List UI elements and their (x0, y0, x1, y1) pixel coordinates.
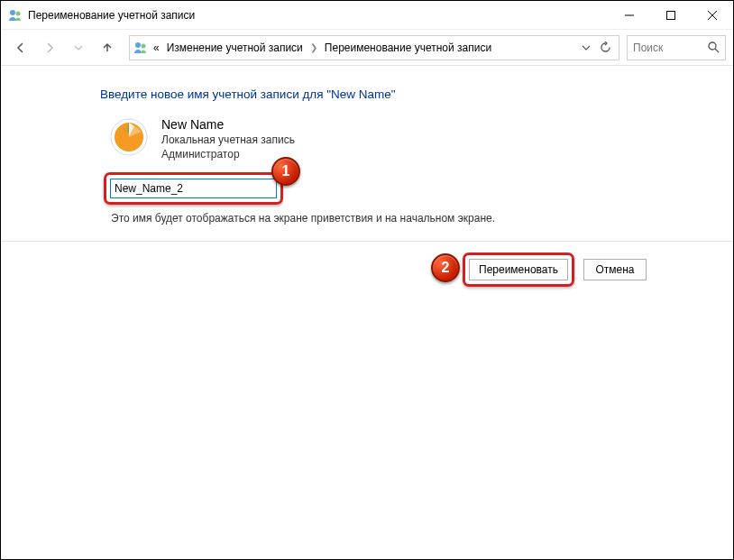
cancel-button[interactable]: Отмена (583, 259, 647, 280)
annotation-bubble-1: 1 (271, 157, 300, 186)
breadcrumb-item[interactable]: Изменение учетной записи (165, 41, 305, 54)
dropdown-icon[interactable] (582, 43, 591, 52)
account-avatar (109, 117, 149, 157)
chevron-right-icon[interactable]: ❯ (308, 42, 319, 52)
new-name-input[interactable] (110, 179, 277, 198)
search-box[interactable]: Поиск (627, 35, 726, 60)
refresh-icon[interactable] (600, 41, 611, 53)
recent-dropdown[interactable] (66, 35, 91, 60)
svg-point-0 (10, 10, 15, 15)
annotation-bubble-2: 2 (431, 253, 460, 282)
users-icon (133, 41, 148, 55)
account-summary: New Name Локальная учетная запись Админи… (109, 117, 733, 161)
rename-button[interactable]: Переименовать (469, 259, 568, 280)
users-icon (8, 8, 23, 23)
search-icon (708, 41, 720, 53)
svg-rect-2 (667, 11, 675, 19)
titlebar: Переименование учетной записи (1, 1, 733, 30)
svg-point-4 (142, 43, 146, 48)
step1-highlight: 1 (104, 172, 283, 205)
step2-highlight: Переименовать 2 (463, 252, 574, 287)
divider (1, 241, 733, 242)
dialog-buttons: Переименовать 2 Отмена (1, 252, 733, 287)
svg-point-5 (709, 42, 716, 50)
forward-button[interactable] (37, 35, 62, 60)
content-area: Введите новое имя учетной записи для "Ne… (1, 66, 733, 287)
navigation-bar: « Изменение учетной записи ❯ Переименова… (1, 30, 733, 66)
page-heading: Введите новое имя учетной записи для "Ne… (100, 87, 733, 101)
breadcrumb-item[interactable]: Переименование учетной записи (323, 41, 493, 54)
window-controls (609, 1, 733, 30)
window-title: Переименование учетной записи (28, 9, 195, 22)
svg-point-3 (135, 42, 141, 48)
account-name: New Name (161, 117, 295, 132)
maximize-button[interactable] (650, 1, 692, 30)
search-placeholder: Поиск (633, 41, 702, 54)
account-role: Администратор (161, 147, 295, 161)
account-type: Локальная учетная запись (161, 133, 295, 147)
back-button[interactable] (8, 35, 33, 60)
hint-text: Это имя будет отображаться на экране при… (111, 212, 733, 225)
breadcrumb-prefix: « (151, 41, 161, 54)
up-button[interactable] (95, 35, 120, 60)
close-button[interactable] (692, 1, 733, 30)
minimize-button[interactable] (609, 1, 650, 30)
svg-point-1 (16, 11, 21, 15)
address-bar[interactable]: « Изменение учетной записи ❯ Переименова… (129, 35, 619, 60)
account-info: New Name Локальная учетная запись Админи… (161, 117, 295, 161)
